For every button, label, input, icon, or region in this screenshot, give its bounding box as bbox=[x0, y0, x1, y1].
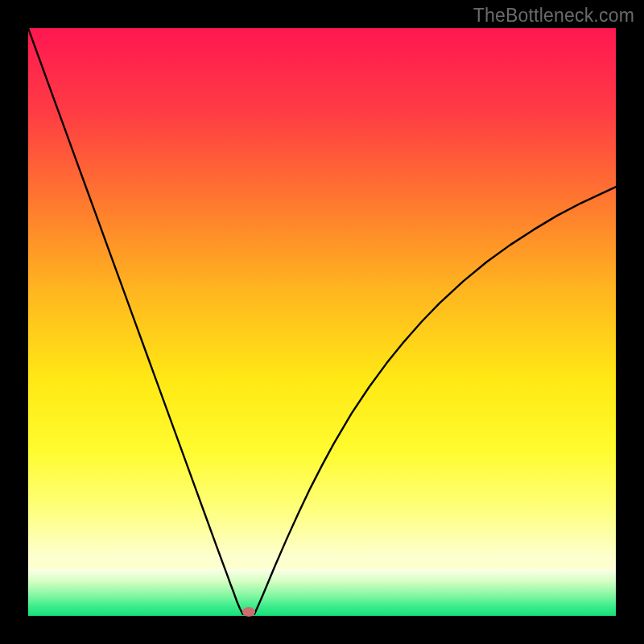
optimum-marker bbox=[242, 607, 255, 617]
plot-area bbox=[28, 28, 616, 616]
curve-path bbox=[28, 28, 616, 614]
chart-frame: TheBottleneck.com bbox=[0, 0, 644, 644]
bottleneck-curve bbox=[28, 28, 616, 616]
watermark-label: TheBottleneck.com bbox=[473, 5, 634, 27]
